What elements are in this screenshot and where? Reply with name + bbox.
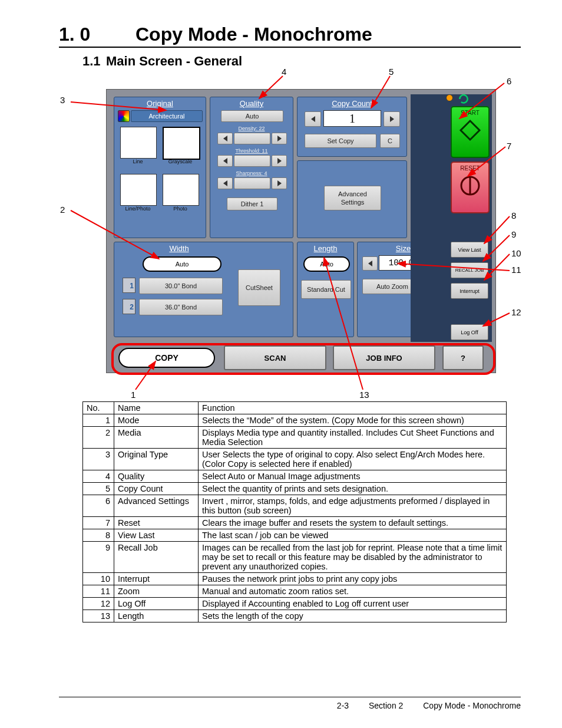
setcopy-button[interactable]: Set Copy <box>305 134 376 148</box>
table-row: 6Advanced SettingsInvert , mirror, stamp… <box>83 495 507 517</box>
logoff-button[interactable]: Log Off <box>451 324 488 340</box>
cell-no: 1 <box>83 414 114 427</box>
cell-func: Manual and automatic zoom ratios set. <box>199 585 507 598</box>
footer-page: 2-3 <box>337 701 349 710</box>
density-right[interactable] <box>272 133 287 144</box>
thumb-grayscale[interactable] <box>163 127 200 160</box>
cell-func: Displayed if Accounting enabled to Log o… <box>199 598 507 610</box>
threshold-label: Threshold: 11 <box>210 148 293 154</box>
copy-mode-button[interactable]: COPY <box>118 348 215 368</box>
roll1-button[interactable]: 30.0" Bond <box>139 278 223 294</box>
color-mode-icon[interactable] <box>118 110 130 122</box>
refresh-icon <box>458 93 470 105</box>
page-footer: 2-3 Section 2 Copy Mode - Monochrome <box>59 697 521 710</box>
reset-circle-icon <box>458 174 482 197</box>
cell-func: User Selects the type of original to cop… <box>199 449 507 470</box>
thumb-photo[interactable] <box>163 174 199 206</box>
help-button[interactable]: ? <box>442 345 484 370</box>
jobinfo-button[interactable]: JOB INFO <box>333 345 435 370</box>
table-row: 3Original TypeUser Selects the type of o… <box>83 449 507 470</box>
callout-4: 4 <box>282 67 286 77</box>
cell-name: View Last <box>114 529 199 542</box>
footer-title: Copy Mode - Monochrome <box>423 701 521 710</box>
roll2-icon: 2 <box>123 299 135 314</box>
density-left[interactable] <box>217 133 233 144</box>
thumb-linephoto[interactable] <box>120 174 157 206</box>
scan-mode-button[interactable]: SCAN <box>224 345 326 370</box>
start-button[interactable]: START <box>451 106 490 158</box>
size-dec[interactable] <box>362 256 378 271</box>
cell-func: Images can be recalled from the last job… <box>199 542 507 573</box>
architectural-button[interactable]: Architectural <box>131 110 203 122</box>
table-row: 2MediaDisplays Media type and quantity i… <box>83 427 507 449</box>
cell-name: Reset <box>114 517 199 529</box>
cell-no: 8 <box>83 529 114 542</box>
callout-9: 9 <box>511 229 516 239</box>
length-auto-button[interactable]: Auto <box>303 256 350 272</box>
quality-header: Quality <box>210 99 293 108</box>
threshold-left[interactable] <box>217 155 233 167</box>
callout-7: 7 <box>507 141 511 151</box>
triangle-left-icon <box>368 261 372 266</box>
roll2-button[interactable]: 36.0" Bond <box>139 299 223 315</box>
footer-section: Section 2 <box>369 701 403 710</box>
triangle-left-icon <box>223 158 227 164</box>
reset-button[interactable]: RESET <box>451 162 490 213</box>
callout-3: 3 <box>60 95 65 105</box>
triangle-left-icon <box>223 180 227 186</box>
width-auto-button[interactable]: Auto <box>143 256 222 272</box>
quality-panel: Quality Auto Density: 22 Threshold: 11 S… <box>210 97 293 238</box>
thumb-grayscale-label: Grayscale <box>163 159 198 164</box>
cell-func: Invert , mirror, stamps, folds, and edge… <box>199 495 507 517</box>
triangle-left-icon <box>223 136 227 141</box>
cell-name: Zoom <box>114 585 199 598</box>
width-header: Width <box>114 244 244 253</box>
cell-name: Media <box>114 427 199 449</box>
original-header: Original <box>114 99 206 108</box>
dither-button[interactable]: Dither 1 <box>227 197 277 210</box>
viewlast-button[interactable]: View Last <box>451 242 488 258</box>
roll1-icon: 1 <box>123 278 135 293</box>
copycount-value[interactable]: 1 <box>323 110 381 127</box>
cell-name: Quality <box>114 470 199 483</box>
interrupt-button[interactable]: Interrupt <box>451 283 488 299</box>
th-name: Name <box>114 402 199 414</box>
cell-name: Copy Count <box>114 483 199 495</box>
callout-1: 1 <box>131 390 135 400</box>
thumb-line[interactable] <box>120 127 157 159</box>
recalljob-button[interactable]: RECALL JOB <box>451 262 488 278</box>
cutsheet-button[interactable]: CutSheet <box>238 269 280 306</box>
cell-name: Original Type <box>114 449 199 470</box>
threshold-right[interactable] <box>272 155 287 167</box>
cell-no: 12 <box>83 598 114 610</box>
copycount-dec[interactable] <box>305 111 321 127</box>
advanced-settings-button[interactable]: Advanced Settings <box>324 186 381 210</box>
cell-func: Pauses the network print jobs to print a… <box>199 573 507 585</box>
standard-cut-button[interactable]: Standard Cut <box>301 280 351 299</box>
cell-name: Interrupt <box>114 573 199 585</box>
quality-auto-button[interactable]: Auto <box>221 110 283 122</box>
callout-6: 6 <box>507 76 511 86</box>
triangle-right-icon <box>277 180 282 186</box>
cell-no: 5 <box>83 483 114 495</box>
cell-name: Recall Job <box>114 542 199 573</box>
sharpness-slider[interactable] <box>234 177 270 189</box>
cell-name: Advanced Settings <box>114 495 199 517</box>
figure-wrapper: Original Architectural Line Grayscale Li… <box>59 71 521 401</box>
cell-no: 10 <box>83 573 114 585</box>
thumb-line-label: Line <box>120 159 156 164</box>
table-row: 11ZoomManual and automatic zoom ratios s… <box>83 585 507 598</box>
cell-no: 9 <box>83 542 114 573</box>
triangle-right-icon <box>277 136 282 141</box>
sharpness-right[interactable] <box>272 177 287 189</box>
cell-func: The last scan / job can be viewed <box>199 529 507 542</box>
copycount-inc[interactable] <box>384 111 400 127</box>
page-title: 1. 0Copy Mode - Monochrome <box>59 24 521 48</box>
triangle-right-icon <box>390 116 394 122</box>
copycount-clear-button[interactable]: C <box>380 134 400 148</box>
density-slider[interactable] <box>234 133 270 144</box>
sharpness-left[interactable] <box>217 177 233 189</box>
threshold-slider[interactable] <box>234 155 270 167</box>
copycount-panel: Copy Count 1 Set Copy C <box>297 97 407 157</box>
section-number: 1.1 <box>82 54 106 69</box>
